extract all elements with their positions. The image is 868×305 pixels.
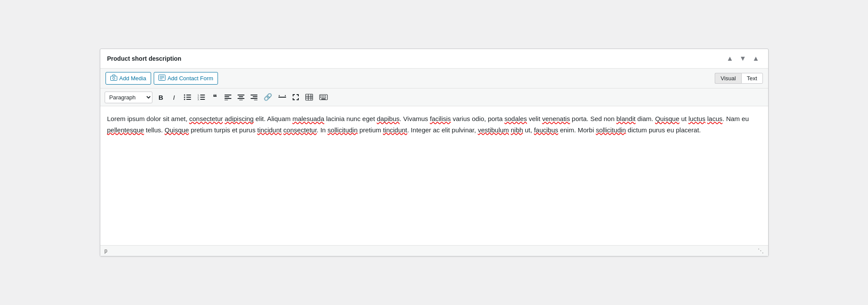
align-center-button[interactable] [235, 91, 247, 103]
spell-error: venenatis [542, 115, 570, 122]
spell-error: sollicitudin [327, 126, 357, 134]
editor-content[interactable]: Lorem ipsum dolor sit amet, consectetur … [100, 106, 768, 245]
spell-error: dapibus [377, 115, 400, 122]
svg-rect-7 [186, 95, 191, 95]
editor-widget: Product short description ▲ ▼ ▲ Add Medi… [100, 49, 769, 256]
align-right-button[interactable] [248, 91, 260, 103]
svg-rect-0 [110, 76, 117, 81]
spell-error: lacus [707, 115, 723, 122]
resize-handle[interactable]: ⋱ [758, 247, 764, 254]
svg-rect-34 [306, 94, 313, 100]
bold-button[interactable]: B [155, 91, 167, 103]
svg-rect-9 [186, 99, 191, 100]
unordered-list-button[interactable] [181, 91, 194, 103]
spell-error: tincidunt [257, 126, 282, 134]
keyboard-button[interactable] [317, 91, 330, 103]
svg-rect-30 [254, 100, 257, 100]
content-paragraph: Lorem ipsum dolor sit amet, consectetur … [107, 113, 761, 135]
view-toggle: Visual Text [715, 73, 762, 84]
svg-rect-15 [200, 99, 205, 100]
svg-rect-23 [238, 95, 244, 95]
spell-error: vestibulum [478, 126, 509, 134]
spell-error: nibh [511, 126, 523, 134]
svg-rect-24 [239, 96, 243, 97]
spell-error: consectetur [284, 126, 317, 134]
spell-error: sodales [505, 115, 527, 122]
svg-rect-46 [323, 97, 324, 98]
svg-rect-31 [278, 97, 286, 98]
add-media-label: Add Media [119, 75, 146, 82]
spell-error: luctus [688, 115, 705, 122]
spell-error: adipiscing [224, 115, 254, 122]
svg-rect-29 [251, 98, 257, 99]
svg-rect-48 [321, 98, 326, 99]
svg-rect-20 [224, 96, 229, 97]
svg-point-12 [184, 99, 185, 100]
visual-button[interactable]: Visual [715, 73, 741, 84]
svg-rect-47 [325, 97, 326, 98]
svg-rect-14 [200, 97, 205, 98]
editor-header: Product short description ▲ ▼ ▲ [100, 49, 768, 69]
svg-point-10 [184, 95, 185, 96]
svg-rect-42 [323, 95, 324, 96]
svg-rect-27 [251, 95, 257, 95]
move-up-button[interactable]: ▲ [725, 54, 735, 63]
paragraph-select[interactable]: Paragraph Heading 1 Heading 2 Heading 3 … [105, 92, 152, 103]
align-left-button[interactable] [222, 91, 234, 103]
svg-rect-44 [320, 97, 321, 98]
fullscreen-button[interactable] [290, 91, 302, 103]
svg-text:3.: 3. [198, 98, 199, 101]
text-button[interactable]: Text [741, 73, 763, 84]
spell-error: consectetur [189, 115, 223, 122]
spell-error: malesuada [292, 115, 324, 122]
spell-error: tincidunt [383, 126, 407, 134]
svg-rect-19 [224, 95, 231, 95]
toolbar-row: Add Media Add Contact Form Visual Text [100, 69, 768, 89]
svg-rect-13 [200, 95, 205, 95]
add-media-button[interactable]: Add Media [106, 72, 151, 85]
svg-rect-2 [112, 75, 115, 76]
footer-path: p [105, 248, 108, 254]
svg-rect-40 [320, 95, 321, 96]
horizontal-rule-button[interactable] [276, 91, 289, 103]
toolbar-buttons: Add Media Add Contact Form [106, 72, 218, 85]
svg-rect-41 [322, 95, 323, 96]
format-toolbar: Paragraph Heading 1 Heading 2 Heading 3 … [100, 89, 768, 106]
svg-rect-22 [224, 100, 228, 100]
ordered-list-button[interactable]: 1.2.3. [195, 91, 208, 103]
collapse-button[interactable]: ▲ [751, 54, 761, 63]
header-controls: ▲ ▼ ▲ [725, 54, 761, 63]
editor-title: Product short description [107, 55, 182, 62]
svg-rect-26 [239, 100, 243, 100]
editor-footer: p ⋱ [100, 245, 768, 256]
svg-point-11 [184, 97, 185, 98]
svg-rect-45 [322, 97, 323, 98]
svg-rect-43 [325, 95, 326, 96]
move-down-button[interactable]: ▼ [738, 54, 748, 63]
spell-error: blandit [616, 115, 635, 122]
spell-error: Quisque [165, 126, 189, 134]
spell-error: faucibus [534, 126, 558, 134]
spell-error: facilisis [430, 115, 451, 122]
spell-error: sollicitudin [596, 126, 626, 134]
table-button[interactable] [303, 91, 316, 103]
add-contact-form-button[interactable]: Add Contact Form [154, 72, 218, 85]
media-icon [110, 75, 117, 82]
contact-form-icon [158, 75, 165, 82]
add-contact-form-label: Add Contact Form [168, 75, 214, 82]
svg-rect-25 [238, 98, 244, 99]
svg-rect-28 [253, 96, 257, 97]
blockquote-button[interactable]: ❝ [209, 91, 221, 103]
svg-point-1 [112, 77, 115, 79]
svg-rect-8 [186, 97, 191, 98]
spell-error: pellentesque [107, 126, 144, 134]
svg-rect-21 [224, 98, 231, 99]
spell-error: Quisque [655, 115, 680, 122]
link-button[interactable]: 🔗 [261, 91, 275, 103]
italic-button[interactable]: I [168, 91, 180, 103]
